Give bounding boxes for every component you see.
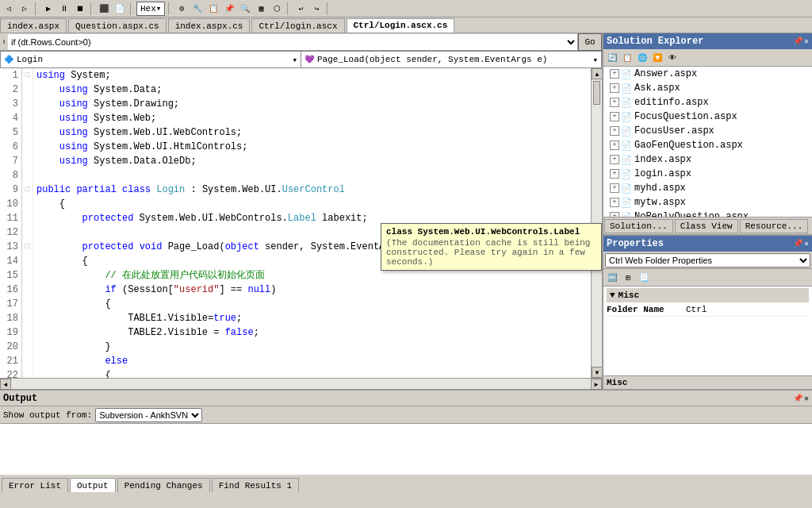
se-expand-3[interactable]: + (610, 112, 619, 121)
se-expand-9[interactable]: + (610, 198, 619, 207)
collapse-7 (22, 154, 33, 168)
se-expand-8[interactable]: + (610, 183, 619, 193)
code-line-1: using System; (36, 68, 588, 83)
output-pin-btn[interactable]: 📌 (793, 394, 802, 403)
btn11[interactable]: ▦ (254, 2, 268, 16)
code-line-5: using System.Web.UI.WebControls; (36, 125, 588, 140)
back-btn[interactable]: ◁ (2, 2, 16, 16)
se-refresh-btn[interactable]: 🔄 (605, 51, 619, 65)
code-editor[interactable]: 1 2 3 4 5 6 7 8 9 10 11 12 13 14 15 16 1… (0, 68, 602, 378)
se-item-9[interactable]: + 📄 mytw.aspx (603, 195, 812, 210)
class-dropdown[interactable]: 🔷 Login ▾ (0, 51, 301, 68)
se-web-btn[interactable]: 🌐 (635, 51, 649, 65)
btn1[interactable]: ▶ (41, 2, 56, 16)
code-line-2: using System.Data; (36, 83, 588, 97)
se-props-btn[interactable]: 📋 (620, 51, 634, 65)
se-item-6[interactable]: + 📄 index.aspx (603, 152, 812, 167)
btn14[interactable]: ↪ (309, 2, 324, 16)
btn6[interactable]: ⚙ (174, 2, 189, 16)
btab-1[interactable]: Output (70, 478, 116, 492)
nav-bar: ⬇ if (dt.Rows.Count>0) Go (0, 33, 602, 51)
se-item-10[interactable]: + 📄 NoReplyQuestion.aspx (603, 210, 812, 217)
output-source-select[interactable]: Subversion - AnkhSVN (95, 408, 202, 422)
tab-3[interactable]: Ctrl/login.ascx (251, 18, 344, 33)
props-pin-btn[interactable]: 📌 (793, 239, 802, 248)
se-close-btn[interactable]: ✕ (804, 37, 809, 46)
se-item-7[interactable]: + 📄 login.aspx (603, 167, 812, 181)
btn5[interactable]: 📄 (113, 2, 127, 16)
scroll-down-btn[interactable]: ▼ (592, 367, 602, 378)
props-close-btn[interactable]: ✕ (804, 239, 809, 248)
tab-1[interactable]: Question.aspx.cs (68, 18, 167, 33)
se-item-4[interactable]: + 📄 FocusUser.aspx (603, 124, 812, 138)
btn7[interactable]: 🔧 (190, 2, 205, 16)
btn10[interactable]: 🔍 (238, 2, 252, 16)
se-vtab-0[interactable]: Solution... (604, 219, 673, 233)
se-title: Solution Explorer 📌 ✕ (603, 33, 812, 49)
btn3[interactable]: ⏹ (73, 2, 87, 16)
ln-22: 22 (0, 368, 21, 378)
se-expand-7[interactable]: + (610, 169, 619, 179)
se-expand-0[interactable]: + (610, 69, 619, 79)
hex-dropdown[interactable]: Hex ▾ (136, 2, 165, 16)
ln-10: 10 (0, 197, 21, 211)
prop-row-0: Folder Name Ctrl (607, 302, 809, 317)
tab-2[interactable]: index.aspx.cs (168, 18, 251, 33)
code-line-17: { (36, 297, 588, 311)
props-cat-btn[interactable]: ⊞ (621, 271, 635, 285)
se-expand-4[interactable]: + (610, 126, 619, 136)
se-expand-2[interactable]: + (610, 98, 619, 107)
se-item-8[interactable]: + 📄 myhd.aspx (603, 181, 812, 195)
btn8[interactable]: 📋 (206, 2, 220, 16)
ln-7: 7 (0, 154, 21, 168)
se-file-icon-0: 📄 (621, 69, 632, 79)
se-item-5[interactable]: + 📄 GaoFenQuestion.aspx (603, 138, 812, 152)
method-dropdown[interactable]: 💜 Page_Load(object sender, System.EventA… (301, 51, 602, 68)
se-view-btn[interactable]: 👁 (665, 51, 680, 65)
se-filter-btn[interactable]: 🔽 (650, 51, 665, 65)
tab-0[interactable]: index.aspx (0, 18, 67, 33)
nav-condition-select[interactable]: if (dt.Rows.Count>0) (8, 34, 577, 50)
collapse-13[interactable]: □ (22, 240, 33, 254)
btab-2[interactable]: Pending Changes (117, 478, 210, 492)
se-item-2[interactable]: + 📄 editinfo.aspx (603, 95, 812, 110)
btn12[interactable]: ⬡ (270, 2, 284, 16)
btn4[interactable]: ⬛ (97, 2, 111, 16)
collapse-9[interactable]: □ (22, 183, 33, 197)
props-pages-btn[interactable]: 📃 (637, 271, 651, 285)
fwd-btn[interactable]: ▷ (17, 2, 32, 16)
se-expand-5[interactable]: + (610, 140, 619, 150)
props-object-select[interactable]: Ctrl Web Folder Properties (605, 253, 810, 267)
scroll-right-btn[interactable]: ► (591, 379, 602, 390)
btab-0[interactable]: Error List (2, 478, 68, 492)
se-pin-btn[interactable]: 📌 (793, 37, 802, 46)
scroll-thumb[interactable] (593, 81, 600, 105)
btn13[interactable]: ↩ (293, 2, 308, 16)
output-close-btn[interactable]: ✕ (804, 394, 809, 403)
se-item-0[interactable]: + 📄 Answer.aspx (603, 67, 812, 81)
horizontal-scrollbar[interactable]: ◄ ► (0, 378, 602, 389)
props-alpha-btn[interactable]: 🔤 (605, 271, 619, 285)
btn9[interactable]: 📌 (222, 2, 236, 16)
tab-4[interactable]: Ctrl/Login.ascx.cs (347, 18, 455, 33)
se-file-tree: + 📄 Answer.aspx + 📄 Ask.aspx + 📄 editinf… (603, 67, 812, 217)
se-vtab-1[interactable]: Class View (675, 219, 738, 233)
se-expand-1[interactable]: + (610, 83, 619, 93)
se-file-icon-3: 📄 (621, 112, 632, 122)
scroll-up-btn[interactable]: ▲ (592, 68, 602, 79)
scroll-left-btn[interactable]: ◄ (0, 379, 11, 390)
ln-13: 13 (0, 240, 21, 254)
btab-3[interactable]: Find Results 1 (212, 478, 299, 492)
btn2[interactable]: ⏸ (57, 2, 71, 16)
hscroll-track[interactable] (11, 379, 591, 389)
se-expand-6[interactable]: + (610, 155, 619, 164)
se-item-3[interactable]: + 📄 FocusQuestion.aspx (603, 110, 812, 124)
se-item-1[interactable]: + 📄 Ask.aspx (603, 81, 812, 95)
go-button[interactable]: Go (578, 33, 602, 51)
se-file-icon-8: 📄 (621, 183, 632, 194)
se-vtab-2[interactable]: Resource... (740, 219, 809, 233)
collapse-10 (22, 197, 33, 211)
code-line-4: using System.Web; (36, 111, 588, 125)
method-icon: 💜 (304, 55, 314, 64)
collapse-1[interactable]: □ (22, 68, 33, 83)
